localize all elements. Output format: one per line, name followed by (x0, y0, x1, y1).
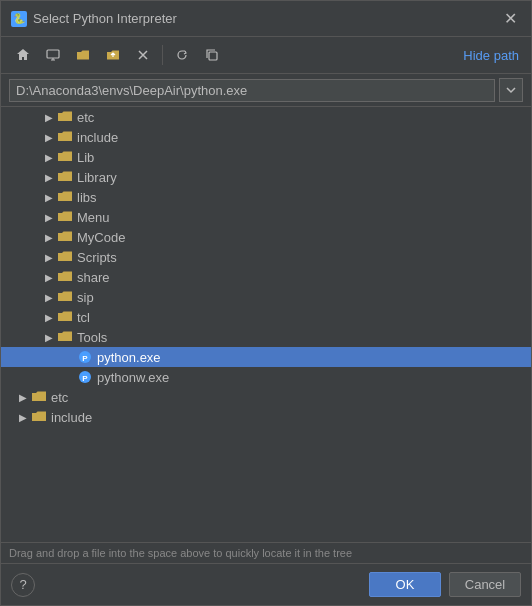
tree-item-mycode[interactable]: ▶ MyCode (1, 227, 531, 247)
svg-text:P: P (82, 374, 88, 383)
tree-label-etc1: etc (77, 110, 94, 125)
expand-arrow-library: ▶ (41, 169, 57, 185)
folder-icon-library (57, 169, 73, 185)
expand-arrow-sip: ▶ (41, 289, 57, 305)
folder-icon-tools (57, 329, 73, 345)
tree-label-include1: include (77, 130, 118, 145)
folder-icon-include2 (31, 409, 47, 425)
folder-icon-menu (57, 209, 73, 225)
tree-item-share[interactable]: ▶ share (1, 267, 531, 287)
tree-item-etc1[interactable]: ▶ etc (1, 107, 531, 127)
tree-label-lib: Lib (77, 150, 94, 165)
close-button[interactable]: ✕ (500, 9, 521, 28)
folder-icon-lib (57, 149, 73, 165)
expand-arrow-etc2: ▶ (15, 389, 31, 405)
tree-label-scripts: Scripts (77, 250, 117, 265)
folder-icon-etc1 (57, 109, 73, 125)
tree-item-pythonw-exe[interactable]: ▶ P pythonw.exe (1, 367, 531, 387)
computer-button[interactable] (39, 43, 67, 67)
expand-arrow-tcl: ▶ (41, 309, 57, 325)
tree-item-include1[interactable]: ▶ include (1, 127, 531, 147)
tree-item-library[interactable]: ▶ Library (1, 167, 531, 187)
tree-item-libs[interactable]: ▶ libs (1, 187, 531, 207)
tree-label-tcl: tcl (77, 310, 90, 325)
tree-item-tcl[interactable]: ▶ tcl (1, 307, 531, 327)
tree-label-menu: Menu (77, 210, 110, 225)
folder-up-button[interactable] (99, 43, 127, 67)
folder-icon-mycode (57, 229, 73, 245)
tree-label-etc2: etc (51, 390, 68, 405)
delete-button[interactable] (129, 43, 157, 67)
expand-arrow-libs: ▶ (41, 189, 57, 205)
tree-label-mycode: MyCode (77, 230, 125, 245)
pythonw-exe-icon: P (77, 369, 93, 385)
tree-label-python-exe: python.exe (97, 350, 161, 365)
cancel-button[interactable]: Cancel (449, 572, 521, 597)
folder-icon-etc2 (31, 389, 47, 405)
button-row: ? OK Cancel (1, 563, 531, 605)
expand-arrow-scripts: ▶ (41, 249, 57, 265)
tree-label-libs: libs (77, 190, 97, 205)
expand-arrow-lib: ▶ (41, 149, 57, 165)
tree-label-pythonw-exe: pythonw.exe (97, 370, 169, 385)
tree-label-tools: Tools (77, 330, 107, 345)
expand-arrow-tools: ▶ (41, 329, 57, 345)
path-input[interactable] (9, 79, 495, 102)
app-icon: 🐍 (11, 11, 27, 27)
folder-button[interactable] (69, 43, 97, 67)
copy-button[interactable] (198, 43, 226, 67)
status-message: Drag and drop a file into the space abov… (9, 547, 352, 559)
browse-button[interactable] (499, 78, 523, 102)
folder-icon-sip (57, 289, 73, 305)
help-button[interactable]: ? (11, 573, 35, 597)
svg-rect-0 (47, 50, 59, 58)
tree-item-sip[interactable]: ▶ sip (1, 287, 531, 307)
separator-1 (162, 45, 163, 65)
hide-path-button[interactable]: Hide path (459, 48, 523, 63)
path-row (1, 74, 531, 107)
expand-arrow-share: ▶ (41, 269, 57, 285)
folder-icon-share (57, 269, 73, 285)
tree-item-include2[interactable]: ▶ include (1, 407, 531, 427)
title-bar: 🐍 Select Python Interpreter ✕ (1, 1, 531, 37)
tree-label-sip: sip (77, 290, 94, 305)
tree-label-share: share (77, 270, 110, 285)
ok-button[interactable]: OK (369, 572, 441, 597)
tree-item-menu[interactable]: ▶ Menu (1, 207, 531, 227)
expand-arrow-include1: ▶ (41, 129, 57, 145)
expand-arrow-menu: ▶ (41, 209, 57, 225)
tree-item-lib[interactable]: ▶ Lib (1, 147, 531, 167)
home-button[interactable] (9, 43, 37, 67)
file-tree[interactable]: ▶ etc ▶ include ▶ Lib ▶ (1, 107, 531, 542)
folder-icon-include1 (57, 129, 73, 145)
dialog-title: Select Python Interpreter (33, 11, 494, 26)
tree-item-scripts[interactable]: ▶ Scripts (1, 247, 531, 267)
select-interpreter-dialog: 🐍 Select Python Interpreter ✕ (0, 0, 532, 606)
refresh-button[interactable] (168, 43, 196, 67)
svg-rect-1 (209, 52, 217, 60)
toolbar: Hide path (1, 37, 531, 74)
expand-arrow-mycode: ▶ (41, 229, 57, 245)
tree-label-include2: include (51, 410, 92, 425)
svg-text:P: P (82, 354, 88, 363)
tree-item-python-exe[interactable]: ▶ P python.exe (1, 347, 531, 367)
tree-item-tools[interactable]: ▶ Tools (1, 327, 531, 347)
status-bar: Drag and drop a file into the space abov… (1, 542, 531, 563)
folder-icon-libs (57, 189, 73, 205)
tree-item-etc2[interactable]: ▶ etc (1, 387, 531, 407)
folder-icon-tcl (57, 309, 73, 325)
expand-arrow-include2: ▶ (15, 409, 31, 425)
folder-icon-scripts (57, 249, 73, 265)
python-exe-icon: P (77, 349, 93, 365)
expand-arrow-etc1: ▶ (41, 109, 57, 125)
tree-label-library: Library (77, 170, 117, 185)
